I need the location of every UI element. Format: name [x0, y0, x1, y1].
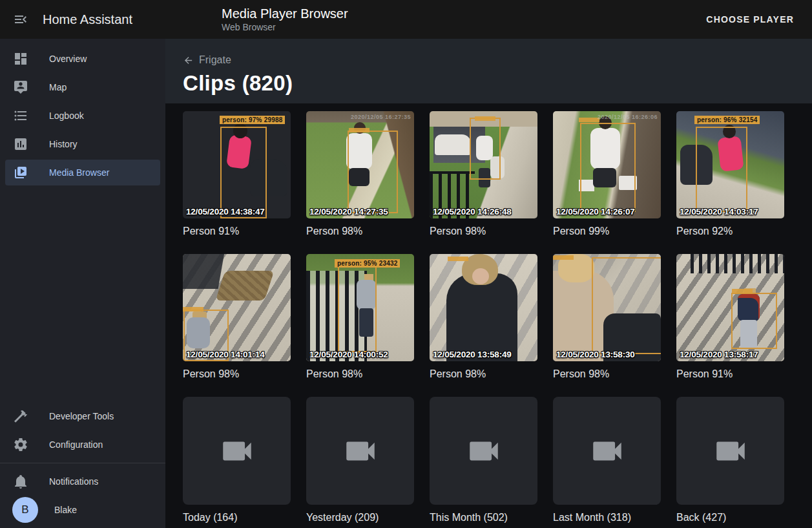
- clip-timestamp-overlay: 12/05/2020 14:26:48: [433, 207, 512, 216]
- clip-thumbnail: 12/05/2020 14:26:48: [430, 111, 537, 218]
- sidebar-item-user-profile[interactable]: B Blake: [5, 497, 160, 523]
- clip-card[interactable]: 12/05/2020 14:01:14 Person 98%: [183, 254, 291, 382]
- choose-player-button[interactable]: CHOOSE PLAYER: [701, 9, 799, 30]
- list-icon: [13, 108, 28, 123]
- sidebar-item-label: History: [49, 139, 78, 149]
- clip-card[interactable]: person: 96% 32154 12/05/2020 14:03:17 Pe…: [676, 111, 784, 239]
- sidebar-item-developer-tools[interactable]: Developer Tools: [5, 403, 160, 429]
- avatar: B: [12, 497, 38, 523]
- sidebar-item-label: Logbook: [49, 111, 84, 121]
- folder-thumbnail: [183, 397, 291, 505]
- detection-label: [448, 257, 468, 261]
- sidebar-header: Home Assistant: [0, 4, 165, 35]
- clip-card[interactable]: 12/05/2020 14:26:48 Person 98%: [430, 111, 537, 239]
- sidebar-item-label: Configuration: [49, 439, 103, 450]
- media-grid: person: 97% 29988 12/05/2020 14:38:47 Pe…: [165, 103, 812, 528]
- clip-thumbnail: 12/05/2020 13:58:30: [553, 254, 661, 361]
- video-camera-icon: [465, 432, 503, 470]
- folder-card-yesterday[interactable]: Yesterday (209): [306, 397, 414, 525]
- clip-label: Person 98%: [306, 366, 414, 382]
- detection-label: [475, 116, 495, 121]
- clip-card[interactable]: person: 97% 29988 12/05/2020 14:38:47 Pe…: [183, 111, 291, 239]
- menu-open-icon[interactable]: [5, 4, 36, 35]
- clip-card[interactable]: 12/05/2020 13:58:17 Person 91%: [676, 254, 784, 382]
- clip-timestamp-overlay: 12/05/2020 13:58:49: [433, 350, 512, 359]
- breadcrumb-label: Frigate: [199, 54, 231, 66]
- sidebar-item-history[interactable]: History: [5, 131, 160, 157]
- sidebar-item-label: Notifications: [49, 476, 98, 487]
- scene-shape: [691, 254, 784, 273]
- page-header-subtitle: Web Browser: [222, 21, 348, 33]
- clip-card[interactable]: 12/05/2020 13:58:30 Person 98%: [553, 254, 661, 382]
- folder-card-today[interactable]: Today (164): [183, 397, 291, 525]
- clip-label: Person 91%: [183, 224, 291, 239]
- detection-box: [592, 257, 661, 354]
- arrow-left-icon: [183, 55, 194, 66]
- clip-timestamp-overlay: 12/05/2020 13:58:30: [556, 350, 635, 359]
- sidebar-item-map[interactable]: Map: [5, 74, 160, 100]
- detection-box: [348, 131, 398, 213]
- detection-label: [732, 289, 753, 293]
- folder-thumbnail: [430, 397, 537, 505]
- folder-thumbnail: [553, 397, 661, 505]
- clip-thumbnail: person: 95% 23432 12/05/2020 14:00:52: [306, 254, 414, 361]
- sidebar-item-label: Media Browser: [49, 167, 109, 178]
- play-box-multiple-icon: [13, 165, 28, 180]
- clip-thumbnail: 2020/12/05 16:27:35 12/05/2020 14:27:35: [306, 111, 414, 218]
- clip-card[interactable]: 2020/12/05 16:26:06 12/05/2020 14:26:07 …: [553, 111, 661, 239]
- clip-label: Person 99%: [553, 224, 661, 239]
- sidebar-item-overview[interactable]: Overview: [5, 46, 160, 72]
- clip-timestamp-overlay: 12/05/2020 14:00:52: [309, 350, 388, 359]
- scene-shape: [472, 268, 489, 284]
- sidebar-item-configuration[interactable]: Configuration: [5, 432, 160, 458]
- map-account-icon: [13, 79, 28, 95]
- page-title: Clips (820): [183, 71, 812, 96]
- video-camera-icon: [712, 432, 749, 470]
- detection-box: [338, 263, 377, 352]
- clip-label: Person 98%: [183, 366, 291, 382]
- video-camera-icon: [218, 432, 256, 470]
- sidebar: Overview Map Logbook History Media Brows…: [0, 39, 165, 528]
- clip-thumbnail: 12/05/2020 13:58:17: [676, 254, 784, 361]
- scene-shape: [435, 134, 471, 155]
- bell-icon: [13, 474, 28, 489]
- clip-card[interactable]: 12/05/2020 13:58:49 Person 98%: [430, 254, 537, 382]
- top-app-bar: Home Assistant Media Player Browser Web …: [0, 0, 812, 39]
- folder-card-last-month[interactable]: Last Month (318): [553, 397, 661, 525]
- clip-thumbnail: 12/05/2020 13:58:49: [430, 254, 537, 361]
- sidebar-item-notifications[interactable]: Notifications: [5, 469, 160, 494]
- clip-timestamp-overlay: 12/05/2020 13:58:17: [680, 350, 758, 359]
- clip-timestamp-overlay: 12/05/2020 14:26:07: [556, 207, 635, 216]
- main-content: Frigate Clips (820) person: 97% 29988 12…: [165, 39, 812, 528]
- detection-label: [553, 255, 574, 260]
- folder-card-this-month[interactable]: This Month (502): [430, 397, 537, 525]
- scene-shape: [446, 273, 517, 361]
- folder-card-back[interactable]: Back (427): [676, 397, 784, 525]
- camera-timestamp: 2020/12/05 16:27:35: [351, 114, 411, 120]
- clip-card[interactable]: person: 95% 23432 12/05/2020 14:00:52 Pe…: [306, 254, 414, 382]
- folder-label: Back (427): [676, 510, 784, 525]
- clip-thumbnail: person: 97% 29988 12/05/2020 14:38:47: [183, 111, 291, 218]
- clip-label: Person 98%: [553, 366, 661, 382]
- clip-label: Person 98%: [430, 366, 537, 382]
- breadcrumb[interactable]: Frigate: [183, 39, 231, 66]
- sidebar-item-media-browser[interactable]: Media Browser: [5, 160, 160, 185]
- detection-label: [579, 118, 599, 122]
- camera-timestamp: 2020/12/05 16:26:06: [598, 114, 658, 120]
- video-camera-icon: [588, 432, 626, 470]
- user-name: Blake: [54, 505, 77, 515]
- clip-label: Person 91%: [676, 366, 784, 382]
- clip-card[interactable]: 2020/12/05 16:27:35 12/05/2020 14:27:35 …: [306, 111, 414, 239]
- clip-timestamp-overlay: 12/05/2020 14:03:17: [680, 207, 758, 216]
- clip-timestamp-overlay: 12/05/2020 14:01:14: [186, 350, 265, 359]
- clip-timestamp-overlay: 12/05/2020 14:27:35: [309, 207, 388, 216]
- app-title: Home Assistant: [43, 12, 132, 27]
- detection-box: [696, 127, 747, 212]
- clip-label: Person 92%: [676, 224, 784, 239]
- sidebar-item-logbook[interactable]: Logbook: [5, 103, 160, 129]
- detection-label: person: 97% 29988: [220, 116, 285, 124]
- detection-label: [183, 307, 203, 312]
- clip-label: Person 98%: [430, 224, 537, 239]
- sidebar-item-label: Map: [49, 82, 67, 92]
- scene-shape: [216, 271, 275, 301]
